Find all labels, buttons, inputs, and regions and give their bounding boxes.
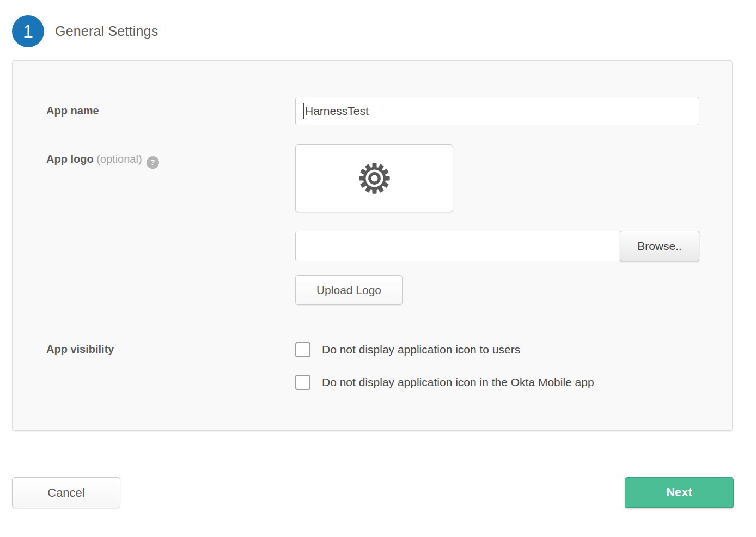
app-logo-label: App logo (optional)? [46,153,159,165]
app-name-row: App name [46,97,699,125]
question-mark-icon[interactable]: ? [147,156,159,169]
app-visibility-row: App visibility Do not display applicatio… [46,342,699,390]
app-visibility-field-col: Do not display application icon to users… [295,342,699,390]
step-number-badge: 1 [12,15,44,47]
page-title: General Settings [55,23,158,39]
logo-file-row: Browse.. [295,231,699,261]
app-visibility-label: App visibility [46,343,114,355]
visibility-checkbox-row-users[interactable]: Do not display application icon to users [295,342,699,357]
checkbox-do-not-display-icon-users[interactable] [295,342,310,357]
app-logo-field-col: Browse.. Upload Logo [295,144,699,305]
general-settings-panel: App name App logo (optional)? [12,60,733,431]
app-logo-label-text: App logo [46,153,94,165]
step-header: 1 General Settings [12,15,756,47]
wizard-footer: Cancel Next [12,477,734,508]
text-caret [303,103,304,119]
app-logo-optional-text: (optional) [96,153,142,165]
app-name-input[interactable] [295,97,699,125]
app-name-field-col [295,97,699,125]
checkbox-do-not-display-icon-mobile[interactable] [295,375,310,390]
checkbox-label-users: Do not display application icon to users [322,343,520,356]
app-logo-row: App logo (optional)? [46,144,699,305]
upload-logo-button[interactable]: Upload Logo [295,275,403,305]
step-number: 1 [23,21,33,42]
next-button[interactable]: Next [625,477,734,508]
logo-preview-box [295,144,453,212]
app-visibility-label-col: App visibility [46,342,295,390]
app-name-label-col: App name [46,97,295,125]
cancel-button[interactable]: Cancel [12,477,120,508]
app-name-label: App name [46,105,99,117]
browse-button[interactable]: Browse.. [620,231,699,261]
checkbox-label-mobile: Do not display application icon in the O… [322,376,594,389]
optional-suffix: (optional) [96,153,142,165]
visibility-checkbox-row-mobile[interactable]: Do not display application icon in the O… [295,375,699,390]
logo-file-path-input[interactable] [295,231,620,261]
gear-icon [356,160,393,197]
app-logo-label-col: App logo (optional)? [46,144,295,305]
